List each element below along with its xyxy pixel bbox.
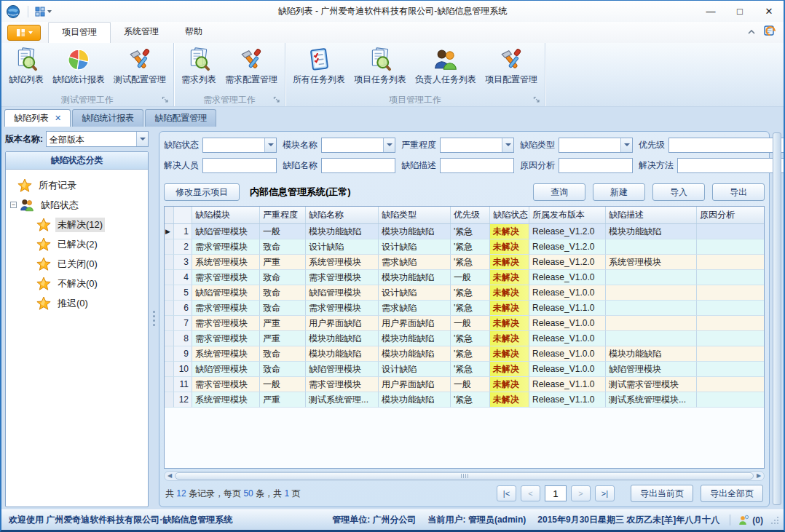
project-config-management-button[interactable]: 项目配置管理 — [481, 46, 542, 87]
priority-input[interactable] — [669, 138, 785, 152]
tree-item-defect-status[interactable]: −缺陷状态 — [7, 195, 146, 215]
export-all-pages-button[interactable]: 导出全部页 — [701, 485, 763, 502]
table-row[interactable]: 9系统管理模块致命模块功能缺陷模块功能缺陷'紧急未解决Release_V1.0.… — [165, 346, 764, 362]
maximize-button[interactable]: □ — [725, 1, 754, 22]
table-row[interactable]: 5缺陷管理模块致命缺陷管理模块设计缺陷'紧急未解决Release_V1.0.0 — [165, 285, 764, 301]
tree-item-wont-fix[interactable]: 不解决(0) — [7, 274, 146, 293]
severity-combo[interactable] — [440, 138, 514, 153]
severity-input[interactable] — [441, 138, 502, 152]
scrollbar-thumb[interactable] — [175, 472, 754, 480]
tree-item-resolved[interactable]: 已解决(2) — [7, 234, 146, 254]
cause-analysis-input[interactable] — [559, 158, 633, 173]
defect-status-combo[interactable] — [202, 138, 277, 153]
tree-item-postponed[interactable]: 推迟(0) — [7, 293, 146, 313]
table-row[interactable]: ▶1缺陷管理模块一般模块功能缺陷模块功能缺陷'紧急未解决Release_V1.2… — [165, 224, 764, 239]
table-row[interactable]: 11需求管理模块一般需求管理模块用户界面缺陷一般未解决Release_V1.1.… — [165, 377, 764, 392]
dropdown-arrow-icon[interactable] — [136, 132, 148, 146]
priority-combo[interactable] — [668, 138, 785, 153]
modify-display-items-button[interactable]: 修改显示项目 — [164, 183, 240, 201]
doc-tab-defect-config-management[interactable]: 缺陷配置管理 — [145, 109, 216, 127]
cell — [697, 255, 765, 270]
close-tab-icon[interactable]: ✕ — [55, 114, 61, 123]
user-status-icon[interactable] — [738, 515, 749, 526]
dropdown-arrow-icon[interactable] — [383, 138, 395, 152]
close-button[interactable]: ✕ — [754, 1, 784, 22]
content-panel: 缺陷状态模块名称严重程度缺陷类型优先级 解决人员缺陷名称缺陷描述原因分析解决方法… — [157, 127, 782, 509]
cell: 一般 — [260, 377, 306, 392]
last-page-button[interactable]: >| — [595, 485, 615, 501]
dropdown-arrow-icon[interactable] — [502, 138, 513, 152]
all-task-list-button[interactable]: 所有任务列表 — [288, 46, 350, 87]
table-row[interactable]: 2需求管理模块致命设计缺陷设计缺陷'紧急未解决Release_V1.2.0 — [165, 239, 764, 255]
table-row[interactable]: 3系统管理模块严重系统管理模块需求缺陷'紧急未解决Release_V1.2.0系… — [165, 255, 764, 270]
version-combo[interactable]: 全部版本 — [46, 131, 149, 147]
ribbon-groups: 缺陷列表缺陷统计报表测试配置管理测试管理工作需求列表需求配置管理需求管理工作所有… — [1, 43, 545, 106]
project-task-list-button[interactable]: 项目任务列表 — [350, 46, 411, 87]
table-row[interactable]: 7需求管理模块严重用户界面缺陷用户界面缺陷一般未解决Release_V1.0.0 — [165, 316, 764, 331]
resolver-input[interactable] — [202, 158, 277, 173]
tree-item-closed[interactable]: 已关闭(0) — [7, 254, 146, 274]
export-button[interactable]: 导出 — [712, 183, 765, 201]
next-page-button[interactable]: > — [571, 485, 591, 501]
dialog-launcher-icon[interactable] — [533, 96, 541, 104]
help-icon[interactable] — [763, 24, 776, 39]
ribbon-tab-help[interactable]: 帮助 — [172, 22, 216, 43]
page-number-input[interactable] — [545, 485, 567, 501]
resize-grip[interactable] — [770, 516, 779, 525]
table-row[interactable]: 6需求管理模块致命需求管理模块需求缺陷'紧急未解决Release_V1.1.0 — [165, 301, 764, 316]
panel-splitter[interactable] — [151, 127, 157, 509]
ribbon-tab-system-management[interactable]: 系统管理 — [111, 22, 172, 43]
minimize-button[interactable]: — — [696, 1, 725, 22]
defect-name-input[interactable] — [321, 158, 395, 173]
defect-desc-input[interactable] — [440, 158, 514, 173]
module-name-combo[interactable] — [321, 138, 395, 153]
cell: 需求管理模块 — [306, 377, 379, 392]
solution-input[interactable] — [677, 158, 785, 173]
scroll-left-icon[interactable]: ◀ — [166, 472, 173, 480]
table-row[interactable]: 12系统管理模块严重测试系统管理...模块功能缺陷'紧急未解决Release_V… — [165, 392, 764, 408]
export-current-page-button[interactable]: 导出当前页 — [631, 485, 693, 502]
vertical-scrollbar[interactable] — [773, 132, 781, 505]
collapse-ribbon-icon[interactable] — [747, 27, 756, 37]
doc-tab-defect-stats-report[interactable]: 缺陷统计报表 — [72, 109, 143, 127]
requirement-config-management-button[interactable]: 需求配置管理 — [221, 46, 282, 87]
requirement-list-button[interactable]: 需求列表 — [177, 46, 221, 87]
tree-item-all-records[interactable]: 所有记录 — [7, 175, 146, 195]
create-button[interactable]: 新建 — [593, 183, 645, 201]
module-name-input[interactable] — [322, 138, 383, 152]
cell: '紧急 — [451, 285, 490, 301]
defect-type-combo[interactable] — [559, 138, 633, 153]
project-task-list-label: 项目任务列表 — [354, 74, 406, 86]
defect-status-input[interactable] — [203, 138, 264, 152]
filter-cause-analysis: 原因分析 — [520, 158, 633, 173]
defect-list-button[interactable]: 缺陷列表 — [4, 46, 48, 87]
table-row[interactable]: 10缺陷管理模块致命缺陷管理模块设计缺陷'紧急未解决Release_V1.0.0… — [165, 362, 764, 377]
first-page-button[interactable]: |< — [497, 485, 516, 501]
table-row[interactable]: 4需求管理模块致命需求管理模块模块功能缺陷一般未解决Release_V1.0.0 — [165, 270, 764, 285]
horizontal-scrollbar[interactable]: ◀ ▶ — [164, 471, 765, 481]
dialog-launcher-icon[interactable] — [162, 96, 170, 104]
pie-chart-icon — [66, 47, 91, 72]
test-config-management-button[interactable]: 测试配置管理 — [109, 46, 170, 87]
table-row[interactable]: 8需求管理模块严重模块功能缺陷模块功能缺陷'紧急未解决Release_V1.0.… — [165, 331, 764, 346]
prev-page-button[interactable]: < — [521, 485, 540, 501]
tree-item-unresolved[interactable]: 未解决(12) — [7, 215, 146, 234]
star-icon — [36, 257, 51, 271]
doc-tab-defect-list[interactable]: 缺陷列表✕ — [4, 109, 71, 127]
collapse-minus-icon[interactable]: − — [10, 202, 17, 208]
application-menu-button[interactable] — [7, 25, 41, 41]
scroll-right-icon[interactable]: ▶ — [755, 472, 762, 480]
owner-task-list-button[interactable]: 负责人任务列表 — [411, 46, 481, 87]
dropdown-arrow-icon[interactable] — [620, 138, 632, 152]
doc-tab-label: 缺陷列表 — [14, 112, 49, 124]
quick-access-toolbar-button[interactable] — [32, 5, 55, 18]
import-button[interactable]: 导入 — [652, 183, 705, 201]
query-button[interactable]: 查询 — [533, 183, 585, 201]
dropdown-arrow-icon[interactable] — [264, 138, 276, 152]
ribbon-tab-project-management[interactable]: 项目管理 — [48, 22, 111, 43]
cell: '紧急 — [451, 239, 490, 255]
defect-type-input[interactable] — [559, 138, 620, 152]
dialog-launcher-icon[interactable] — [273, 96, 281, 104]
defect-stats-report-button[interactable]: 缺陷统计报表 — [48, 46, 109, 87]
filter-defect-status: 缺陷状态 — [164, 138, 277, 153]
